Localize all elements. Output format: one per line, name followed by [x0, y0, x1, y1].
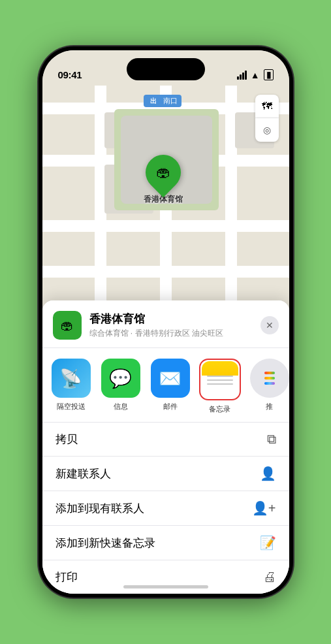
sheet-title-area: 香港体育馆 综合体育馆 · 香港特别行政区 油尖旺区: [89, 312, 253, 339]
mail-icon: ✉️: [151, 359, 190, 398]
marker-pin: 🏟: [138, 148, 187, 197]
message-label: 信息: [114, 402, 128, 411]
sheet-close-button[interactable]: ✕: [260, 316, 279, 334]
action-print[interactable]: 打印 🖨: [42, 560, 289, 594]
share-actions-row: 📡 隔空投送 💬 信息 ✉️ 邮件: [42, 348, 289, 423]
map-label: 出 南口: [144, 95, 181, 107]
action-new-contact[interactable]: 新建联系人 👤: [42, 457, 289, 491]
dynamic-island: [127, 58, 205, 80]
share-notes-item[interactable]: 备忘录: [197, 359, 244, 414]
action-new-contact-label: 新建联系人: [55, 466, 111, 481]
map-type-button[interactable]: 🗺: [255, 95, 279, 118]
action-copy[interactable]: 拷贝 ⧉: [42, 423, 289, 457]
person-icon: 👤: [260, 466, 276, 481]
wifi-icon: ▲: [251, 70, 260, 80]
phone-frame: 09:41 ▲ ▮: [39, 46, 293, 598]
status-icons: ▲ ▮: [237, 69, 274, 80]
status-time: 09:41: [58, 69, 82, 80]
print-icon: 🖨: [263, 570, 276, 585]
mail-label: 邮件: [163, 402, 178, 411]
copy-icon: ⧉: [267, 432, 276, 447]
action-copy-label: 拷贝: [55, 432, 78, 447]
map-controls: 🗺 ◎: [255, 95, 279, 142]
share-more-item[interactable]: 推: [246, 359, 289, 414]
share-mail-item[interactable]: ✉️ 邮件: [147, 359, 194, 414]
more-label: 推: [266, 402, 273, 411]
battery-icon: ▮: [264, 69, 274, 80]
map-area: 出 南口 🗺 ◎ 🏟 香港体育馆: [42, 50, 289, 325]
message-icon: 💬: [101, 359, 140, 398]
person-add-icon: 👤+: [252, 500, 276, 516]
location-button[interactable]: ◎: [255, 118, 279, 142]
more-icon: [250, 359, 289, 398]
airdrop-icon: 📡: [52, 359, 91, 398]
bottom-sheet: 🏟 香港体育馆 综合体育馆 · 香港特别行政区 油尖旺区 ✕ 📡 隔空投送: [42, 300, 289, 594]
marker-icon: 🏟: [156, 164, 170, 181]
action-quick-note-label: 添加到新快速备忘录: [55, 536, 155, 551]
location-icon: ◎: [263, 125, 271, 135]
notes-label: 备忘录: [209, 404, 230, 414]
action-add-quick-note[interactable]: 添加到新快速备忘录 📝: [42, 526, 289, 560]
sheet-subtitle: 综合体育馆 · 香港特别行政区 油尖旺区: [89, 328, 253, 339]
stadium-marker: 🏟 香港体育馆: [144, 155, 183, 205]
action-list: 拷贝 ⧉ 新建联系人 👤 添加到现有联系人 👤+ 添加到新快速备忘录 📝: [42, 423, 289, 594]
quick-note-icon: 📝: [260, 535, 276, 551]
share-airdrop-item[interactable]: 📡 隔空投送: [48, 359, 95, 414]
action-add-existing-label: 添加到现有联系人: [55, 501, 144, 516]
action-add-existing-contact[interactable]: 添加到现有联系人 👤+: [42, 491, 289, 526]
sheet-title: 香港体育馆: [89, 312, 253, 327]
notes-icon-container: [199, 359, 241, 400]
signal-icon: [237, 71, 247, 80]
notes-icon: [202, 361, 238, 398]
home-indicator: [123, 585, 208, 588]
sheet-header: 🏟 香港体育馆 综合体育馆 · 香港特别行政区 油尖旺区 ✕: [42, 300, 289, 348]
phone-screen: 09:41 ▲ ▮: [42, 50, 289, 594]
share-message-item[interactable]: 💬 信息: [97, 359, 144, 414]
airdrop-label: 隔空投送: [57, 402, 86, 411]
action-print-label: 打印: [55, 570, 78, 585]
sheet-logo: 🏟: [53, 311, 82, 340]
